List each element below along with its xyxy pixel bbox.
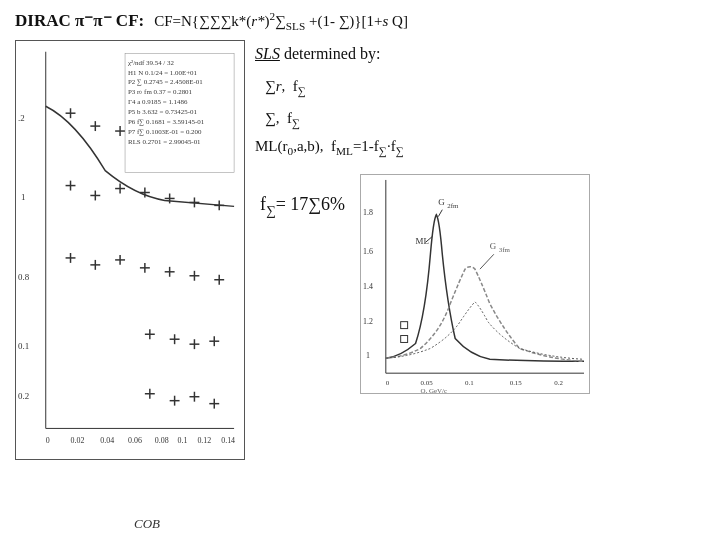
svg-rect-76	[361, 175, 589, 393]
svg-text:0: 0	[46, 436, 50, 445]
svg-text:P3  r₀ fm     0.37 =   0.2801: P3 r₀ fm 0.37 = 0.2801	[128, 88, 193, 95]
svg-text:0.12: 0.12	[197, 436, 211, 445]
formula-line-1: ∑r, f∑	[265, 71, 705, 103]
svg-text:Γ4  a         0.9185  = 1.1486: Γ4 a 0.9185 = 1.1486	[128, 98, 188, 105]
sls-word: SLS	[255, 45, 280, 62]
svg-text:0.8: 0.8	[18, 272, 30, 282]
svg-text:0.1: 0.1	[18, 341, 29, 351]
title-row: DIRAC π⁻π⁻ CF: CF=N{∑∑∑k*(r*)2∑SLS +(1- …	[15, 10, 705, 32]
svg-text:χ²/ndf  39.54  /  32: χ²/ndf 39.54 / 32	[128, 59, 174, 66]
svg-text:P7  f∑        0.1003E-01 =  0.: P7 f∑ 0.1003E-01 = 0.200	[128, 128, 202, 136]
svg-text:H1  N         0.1/24 =  1.00E+: H1 N 0.1/24 = 1.00E+01	[128, 69, 197, 76]
ml-formula-line: ML(r0,a,b), fML=1-f∑·f∑	[255, 138, 705, 157]
sls-title: SLS determined by:	[255, 45, 705, 63]
svg-text:0.2: 0.2	[18, 391, 29, 401]
dirac-title: DIRAC π⁻π⁻ CF:	[15, 10, 144, 31]
cob-label: COB	[134, 516, 160, 532]
bottom-row: f∑= 17∑6% 1.8 1.6 1.4 1.2 1	[255, 174, 705, 394]
left-column: .2 1 0.8 0.1 0.2 0 0.02 0.04 0.06 0.08 0…	[15, 40, 245, 460]
svg-text:G: G	[438, 197, 445, 207]
svg-text:P5  b         3.632  = 0.73425: P5 b 3.632 = 0.73425-01	[128, 108, 197, 115]
formula-line-2: ∑, f∑	[265, 103, 705, 135]
svg-text:0.04: 0.04	[100, 436, 114, 445]
f-sigma-value: f∑= 17∑6%	[260, 194, 345, 219]
svg-text:0.02: 0.02	[71, 436, 85, 445]
sls-section: SLS determined by: ∑r, f∑ ∑, f∑ ML(r0,a,…	[255, 45, 705, 157]
svg-text:0.15: 0.15	[510, 379, 523, 386]
right-column: SLS determined by: ∑r, f∑ ∑, f∑ ML(r0,a,…	[255, 40, 705, 394]
svg-text:G: G	[490, 241, 497, 251]
svg-text:1.8: 1.8	[363, 208, 373, 217]
svg-text:0.1: 0.1	[178, 436, 188, 445]
cf-formula: CF=N{∑∑∑k*(r*)2∑SLS +(1- ∑)}[1+s Q]	[154, 10, 705, 32]
svg-text:0.05: 0.05	[421, 379, 434, 386]
formula-lines: ∑r, f∑ ∑, f∑	[265, 71, 705, 134]
svg-text:RLS           0.2701  = 2.9904: RLS 0.2701 = 2.99045-01	[128, 138, 201, 145]
svg-text:P2  ∑         0.2745  = 2.4508: P2 ∑ 0.2745 = 2.4508E-01	[128, 78, 203, 86]
svg-text:P6  f∑        0.1681  = 3.5914: P6 f∑ 0.1681 = 3.59145-01	[128, 118, 205, 126]
svg-text:0: 0	[386, 379, 390, 386]
svg-text:1.4: 1.4	[363, 282, 373, 291]
svg-text:1.6: 1.6	[363, 247, 373, 256]
svg-text:1: 1	[366, 351, 370, 360]
svg-text:0.2: 0.2	[554, 379, 563, 386]
svg-text:1.2: 1.2	[363, 317, 373, 326]
sls-determined-text: determined by:	[284, 45, 380, 62]
svg-text:0.1: 0.1	[465, 379, 474, 386]
svg-text:1: 1	[21, 192, 25, 202]
svg-text:0.14: 0.14	[221, 436, 235, 445]
page-container: DIRAC π⁻π⁻ CF: CF=N{∑∑∑k*(r*)2∑SLS +(1- …	[0, 0, 720, 540]
main-content: .2 1 0.8 0.1 0.2 0 0.02 0.04 0.06 0.08 0…	[15, 40, 705, 460]
svg-text:Q, GeV/c: Q, GeV/c	[421, 387, 448, 393]
svg-text:2fm: 2fm	[447, 202, 459, 209]
svg-text:.2: .2	[18, 113, 25, 123]
svg-text:3fm: 3fm	[499, 246, 511, 253]
svg-text:0.06: 0.06	[128, 436, 142, 445]
left-graph: .2 1 0.8 0.1 0.2 0 0.02 0.04 0.06 0.08 0…	[15, 40, 245, 460]
svg-text:0.08: 0.08	[155, 436, 169, 445]
right-graph: 1.8 1.6 1.4 1.2 1 0 0.05 0.1 0.15 0.2 Q,…	[360, 174, 590, 394]
